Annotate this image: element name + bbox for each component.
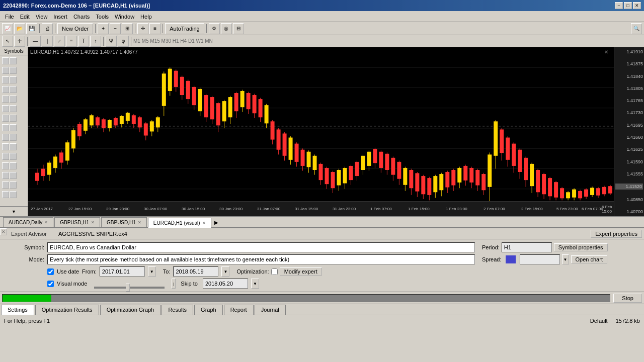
chart-close-btn[interactable]: ✕	[601, 47, 611, 56]
svg-rect-125	[385, 154, 389, 170]
symbols-tab[interactable]: Symbols	[0, 47, 28, 55]
tabs-scroll-right[interactable]: ▶	[212, 217, 220, 227]
open-btn[interactable]: 📂	[14, 23, 25, 34]
date-to-section: To: ▼	[163, 266, 230, 277]
price-11: 1.41555	[615, 171, 643, 176]
tab-audcad-close[interactable]: ✕	[44, 220, 48, 225]
search-btn[interactable]: 🔍	[631, 23, 642, 34]
stop-btn[interactable]: Stop	[613, 294, 642, 303]
fit-btn[interactable]: ⊞	[122, 23, 133, 34]
tab-eurcad-visual-close[interactable]: ✕	[202, 221, 206, 225]
slider-step-btn[interactable]: |	[172, 279, 176, 289]
from-date-input[interactable]	[100, 266, 145, 277]
tab-eurcad-visual[interactable]: EURCAD,H1 (visual) ✕	[148, 218, 211, 228]
text-btn[interactable]: T	[78, 36, 89, 47]
fib-btn[interactable]: Ψ	[106, 36, 117, 47]
tool-row-13[interactable]	[1, 171, 27, 180]
mode-input[interactable]	[47, 254, 475, 264]
menu-tools[interactable]: Tools	[93, 13, 112, 21]
svg-rect-91	[283, 134, 287, 156]
tool-row-4[interactable]	[1, 85, 27, 94]
tool-row-1[interactable]	[1, 56, 27, 65]
to-date-dropdown[interactable]: ▼	[221, 266, 229, 277]
zoom-in-btn[interactable]: +	[98, 23, 109, 34]
new-chart-btn[interactable]: 📈	[2, 23, 13, 34]
tab-journal[interactable]: Journal	[255, 305, 286, 315]
tool-row-6[interactable]	[1, 104, 27, 113]
tab-graph[interactable]: Graph	[194, 305, 223, 315]
channel-btn[interactable]: ≡	[66, 36, 77, 47]
tab-report[interactable]: Report	[224, 305, 254, 315]
spread-input[interactable]	[520, 254, 560, 264]
tab-gbpusd-h1-1-close[interactable]: ✕	[91, 220, 95, 225]
tool-row-12[interactable]	[1, 161, 27, 170]
tline-btn[interactable]: ⟋	[54, 36, 65, 47]
visual-mode-checkbox[interactable]	[47, 281, 54, 287]
use-date-checkbox[interactable]	[47, 268, 54, 275]
tool-row-9[interactable]	[1, 133, 27, 142]
tool-row-7[interactable]	[1, 114, 27, 123]
menu-window[interactable]: Window	[112, 13, 137, 21]
optimization-checkbox[interactable]	[271, 268, 278, 275]
tab-gbpusd-h1-1[interactable]: GBPUSD,H1 ✕	[54, 217, 100, 227]
zoom-out-btn[interactable]: −	[110, 23, 121, 34]
cursor-btn[interactable]: ↖	[2, 36, 13, 47]
panel-close-btn[interactable]: ✕	[0, 228, 7, 235]
menu-edit[interactable]: Edit	[17, 13, 33, 21]
menu-help[interactable]: Help	[137, 13, 155, 21]
svg-rect-75	[234, 93, 238, 111]
menu-file[interactable]: File	[2, 13, 17, 21]
crosshair-btn[interactable]: ✛	[137, 23, 148, 34]
maximize-button[interactable]: □	[624, 2, 632, 9]
tool-row-8[interactable]	[1, 123, 27, 132]
skip-to-input[interactable]	[203, 279, 248, 289]
slider-thumb[interactable]	[126, 284, 130, 292]
tool-row-14[interactable]	[1, 180, 27, 190]
tool-row-2[interactable]	[1, 66, 27, 75]
tool-row-11[interactable]	[1, 152, 27, 161]
menu-insert[interactable]: Insert	[50, 13, 70, 21]
options1-btn[interactable]: ⚙	[209, 23, 220, 34]
symbol-properties-btn[interactable]: Symbol properties	[554, 243, 608, 251]
menu-view[interactable]: View	[33, 13, 51, 21]
expert-properties-btn[interactable]: Expert properties	[591, 230, 642, 238]
svg-rect-23	[77, 124, 82, 136]
sidebar-collapse-btn[interactable]: ▼	[0, 206, 28, 216]
to-date-input[interactable]	[173, 266, 218, 277]
tab-audcad[interactable]: AUDCAD,Daily ✕	[3, 217, 53, 227]
tool-row-5[interactable]	[1, 95, 27, 104]
cross-btn[interactable]: ✛	[14, 36, 25, 47]
spread-dropdown[interactable]: ▼	[562, 254, 569, 264]
vline-btn[interactable]: |	[42, 36, 53, 47]
tab-gbpusd-h1-2[interactable]: GBPUSD,H1 ✕	[101, 217, 147, 227]
symbol-input[interactable]	[47, 242, 475, 252]
fib2-btn[interactable]: φ	[118, 36, 129, 47]
tool-row-10[interactable]	[1, 142, 27, 151]
print-btn[interactable]: 🖨	[42, 23, 53, 34]
tab-results[interactable]: Results	[162, 305, 193, 315]
hline-btn[interactable]: —	[30, 36, 41, 47]
auto-trading-btn[interactable]: AutoTrading	[165, 23, 204, 34]
save-btn[interactable]: 💾	[26, 23, 37, 34]
chart-area[interactable]: EURCAD,H1 1.40732 1.40922 1.40717 1.4067…	[28, 47, 644, 216]
from-date-dropdown[interactable]: ▼	[148, 266, 156, 277]
options2-btn[interactable]: ◎	[221, 23, 232, 34]
minimize-button[interactable]: −	[615, 2, 623, 9]
tool-row-3[interactable]	[1, 75, 27, 84]
svg-rect-77	[240, 91, 245, 107]
open-chart-btn[interactable]: Open chart	[571, 255, 607, 263]
period-btn[interactable]: ≡	[149, 23, 160, 34]
arrow-btn[interactable]: ↑	[90, 36, 101, 47]
tab-settings[interactable]: Settings	[1, 305, 34, 315]
tab-optimization-graph[interactable]: Optimization Graph	[100, 305, 161, 315]
modify-expert-btn[interactable]: Modify expert	[280, 267, 322, 276]
status-right: Default 1572.8 kb	[590, 318, 640, 324]
menu-charts[interactable]: Charts	[70, 13, 93, 21]
new-order-btn[interactable]: New Order	[57, 23, 93, 34]
skip-to-dropdown[interactable]: ▼	[251, 279, 259, 289]
tab-optimization-results[interactable]: Optimization Results	[35, 305, 99, 315]
close-button[interactable]: ✕	[633, 2, 641, 9]
tool-row-15[interactable]	[1, 190, 27, 199]
options3-btn[interactable]: ⊟	[233, 23, 244, 34]
tab-gbpusd-h1-2-close[interactable]: ✕	[138, 220, 141, 225]
